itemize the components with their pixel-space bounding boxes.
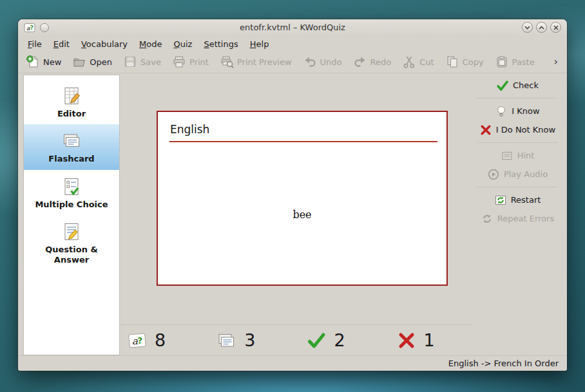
flashcard-word: bee (158, 209, 446, 221)
print-icon (172, 55, 186, 69)
red-cross-icon (479, 124, 492, 136)
toolbar-paste-button[interactable]: Paste (495, 55, 535, 69)
menubar: File Edit Vocabulary Mode Quiz Settings … (18, 35, 567, 52)
quiz-actions-panel: Check I Know I Do Not Know (472, 75, 563, 355)
green-check-icon (307, 331, 326, 350)
toolbar-copy-label: Copy (463, 57, 484, 67)
toolbar-overflow-button[interactable]: › (553, 57, 559, 67)
toolbar-cut-label: Cut (419, 57, 434, 67)
hint-button[interactable]: Hint (472, 147, 563, 164)
kwordquiz-logo-icon: a? (128, 331, 147, 350)
open-folder-icon (72, 55, 86, 69)
sidebar-label-flashcard: Flashcard (48, 154, 94, 164)
flashcard-divider (169, 141, 437, 142)
central-area: English bee a? 8 (120, 75, 472, 355)
toolbar-print-preview-button[interactable]: Print Preview (220, 55, 292, 69)
restart-icon (494, 194, 507, 207)
restart-button[interactable]: Restart (472, 191, 563, 209)
editor-icon (61, 85, 82, 107)
menu-file[interactable]: File (22, 37, 48, 51)
repeat-errors-button[interactable]: Repeat Errors (472, 210, 563, 227)
window-title: entofr.kvtml – KWordQuiz (89, 23, 496, 32)
on-all-desktops-button[interactable] (40, 23, 49, 32)
menu-mode[interactable]: Mode (133, 37, 168, 51)
counter-cards: 3 (217, 330, 255, 350)
paste-icon (495, 55, 509, 69)
svg-text:?: ? (30, 24, 34, 31)
app-icon: a? (24, 22, 35, 33)
sidebar-label-multiple-choice: Multiple Choice (35, 200, 108, 210)
toolbar-new-button[interactable]: New (26, 55, 61, 69)
undo-icon (303, 55, 317, 69)
statusbar: English -> French In Order (18, 355, 567, 371)
menu-quiz[interactable]: Quiz (168, 37, 198, 51)
sidebar-item-question-answer[interactable]: Question & Answer (24, 215, 119, 271)
counter-correct: 2 (307, 330, 345, 350)
check-icon (496, 79, 509, 92)
menu-edit[interactable]: Edit (48, 37, 75, 51)
sidebar-item-flashcard[interactable]: Flashcard (24, 124, 119, 169)
flashcard-area: English bee (120, 75, 472, 324)
print-preview-icon (220, 55, 234, 69)
titlebar[interactable]: a? entofr.kvtml – KWordQuiz (18, 19, 567, 35)
desktop-background: a? entofr.kvtml – KWordQuiz File Edit Vo… (0, 0, 585, 392)
actions-separator (477, 187, 558, 187)
minimize-button[interactable] (522, 22, 533, 33)
redo-icon (353, 55, 367, 69)
kwordquiz-window: a? entofr.kvtml – KWordQuiz File Edit Vo… (18, 19, 567, 371)
i-know-label: I Know (512, 106, 539, 116)
sidebar-item-editor[interactable]: Editor (24, 79, 119, 124)
toolbar-save-button[interactable]: Save (123, 55, 161, 69)
toolbar-open-button[interactable]: Open (72, 55, 112, 69)
toolbar-undo-label: Undo (320, 57, 342, 67)
close-button[interactable] (550, 22, 561, 33)
menu-vocabulary[interactable]: Vocabulary (75, 37, 133, 51)
toolbar-copy-button[interactable]: Copy (445, 55, 484, 69)
hint-label: Hint (517, 151, 535, 160)
question-answer-icon (61, 221, 82, 243)
repeat-errors-icon (481, 212, 494, 225)
menu-help[interactable]: Help (244, 37, 275, 51)
toolbar-print-button[interactable]: Print (172, 55, 209, 69)
toolbar: New Open Save Print Print Previe (18, 52, 567, 73)
cut-icon (402, 55, 416, 69)
toolbar-redo-label: Redo (370, 57, 392, 67)
sidebar-label-question-answer: Question & Answer (26, 245, 117, 266)
toolbar-print-preview-label: Print Preview (237, 57, 292, 67)
hint-icon (501, 149, 513, 162)
toolbar-paste-label: Paste (512, 57, 535, 67)
toolbar-save-label: Save (140, 57, 161, 67)
actions-separator (477, 142, 558, 143)
sidebar-item-multiple-choice[interactable]: Multiple Choice (24, 170, 119, 215)
flashcard-icon (61, 130, 82, 152)
svg-text:?: ? (137, 335, 142, 346)
window-controls (522, 22, 561, 33)
multiple-choice-icon (61, 176, 82, 198)
toolbar-redo-button[interactable]: Redo (353, 55, 392, 69)
cards-icon (217, 331, 236, 350)
maximize-button[interactable] (536, 22, 547, 33)
toolbar-cut-button[interactable]: Cut (402, 55, 434, 69)
i-know-button[interactable]: I Know (472, 102, 563, 120)
counter-questions: a? 8 (128, 330, 166, 350)
counter-errors-value: 1 (424, 330, 435, 350)
toolbar-open-label: Open (90, 57, 112, 67)
counter-cards-value: 3 (244, 330, 255, 350)
window-content: Editor Flashcard Multiple Choice (18, 73, 567, 355)
counter-questions-value: 8 (155, 330, 166, 350)
new-document-icon (26, 55, 40, 69)
mode-sidebar: Editor Flashcard Multiple Choice (23, 75, 120, 355)
counter-errors: 1 (397, 330, 435, 350)
check-button[interactable]: Check (472, 77, 563, 94)
flashcard-language-label: English (170, 123, 446, 136)
i-do-not-know-button[interactable]: I Do Not Know (472, 121, 563, 138)
flashcard[interactable]: English bee (157, 111, 448, 286)
sidebar-label-editor: Editor (57, 109, 86, 119)
toolbar-undo-button[interactable]: Undo (303, 55, 342, 69)
menu-settings[interactable]: Settings (198, 37, 244, 51)
toolbar-new-label: New (43, 57, 61, 67)
lightbulb-icon (495, 105, 508, 118)
i-do-not-know-label: I Do Not Know (496, 125, 555, 135)
save-icon (123, 55, 137, 69)
play-audio-button[interactable]: Play Audio (472, 165, 563, 183)
